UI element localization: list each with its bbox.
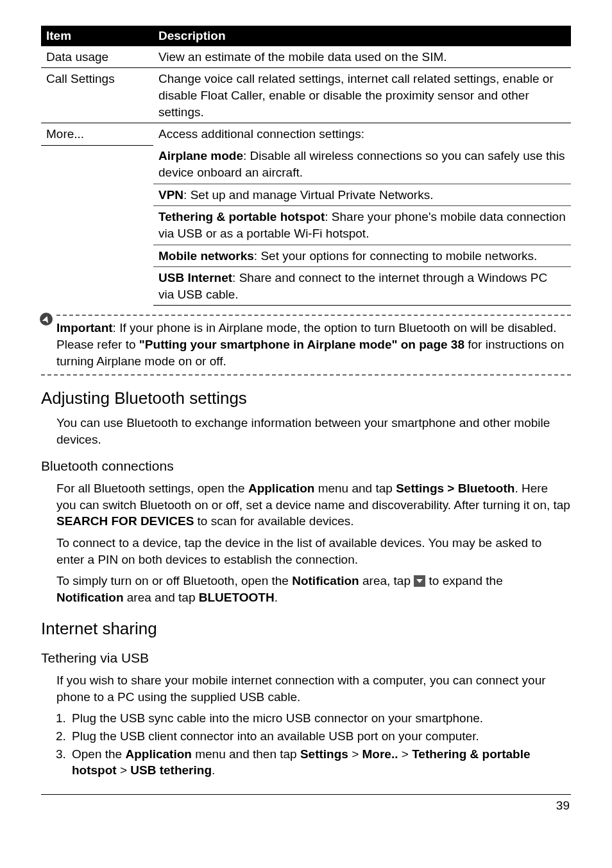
settings-table: Item Description Data usage View an esti… xyxy=(41,26,571,306)
text: : Set your options for connecting to mob… xyxy=(254,249,537,263)
list-item: Plug the USB sync cable into the micro U… xyxy=(69,710,571,727)
paragraph: To simply turn on or off Bluetooth, open… xyxy=(56,573,571,605)
table-header-description: Description xyxy=(153,26,571,46)
label: Mobile networks xyxy=(158,249,254,263)
subheading-tethering-usb: Tethering via USB xyxy=(41,649,571,667)
desc-cell: View an estimate of the mobile data used… xyxy=(153,46,571,68)
desc-vpn: VPN: Set up and manage Virtual Private N… xyxy=(153,184,571,207)
desc-cell: Change voice call related settings, inte… xyxy=(153,68,571,123)
paragraph: If you wish to share your mobile interne… xyxy=(56,672,571,705)
desc-usb-internet: USB Internet: Share and connect to the i… xyxy=(153,267,571,306)
subheading-bluetooth-connections: Bluetooth connections xyxy=(41,457,571,475)
footer-rule xyxy=(41,794,571,795)
paragraph: For all Bluetooth settings, open the App… xyxy=(56,480,571,530)
heading-bluetooth: Adjusting Bluetooth settings xyxy=(41,387,571,410)
table-header-item: Item xyxy=(41,26,153,46)
table-row: Airplane mode: Disable all wireless conn… xyxy=(41,145,571,306)
important-label: Important xyxy=(56,321,113,334)
desc-cell: Access additional connection settings: xyxy=(153,123,571,146)
page-number: 39 xyxy=(41,797,571,814)
table-row: More... Access additional connection set… xyxy=(41,123,571,146)
label: Tethering & portable hotspot xyxy=(158,210,325,223)
callout-reference: "Putting your smartphone in Airplane mod… xyxy=(139,338,464,351)
important-callout: Important: If your phone is in Airplane … xyxy=(41,315,571,376)
heading-internet-sharing: Internet sharing xyxy=(41,618,571,640)
label: Airplane mode xyxy=(158,149,243,162)
desc-tethering: Tethering & portable hotspot: Share your… xyxy=(153,206,571,245)
text: : Set up and manage Virtual Private Netw… xyxy=(183,188,433,202)
item-cell: More... xyxy=(41,123,153,146)
table-row: Call Settings Change voice call related … xyxy=(41,68,571,123)
label: USB Internet xyxy=(158,271,232,284)
list-item: Open the Application menu and then tap S… xyxy=(69,746,571,779)
item-cell: Call Settings xyxy=(41,68,153,123)
chevron-down-icon xyxy=(414,575,425,587)
item-cell: Data usage xyxy=(41,46,153,68)
list-item: Plug the USB client connector into an av… xyxy=(69,728,571,745)
paragraph: You can use Bluetooth to exchange inform… xyxy=(56,415,571,447)
desc-mobile-networks: Mobile networks: Set your options for co… xyxy=(153,245,571,268)
desc-airplane-mode: Airplane mode: Disable all wireless conn… xyxy=(153,145,571,184)
steps-list: Plug the USB sync cable into the micro U… xyxy=(69,710,571,779)
table-row: Data usage View an estimate of the mobil… xyxy=(41,46,571,68)
label: VPN xyxy=(158,188,183,202)
paragraph: To connect to a device, tap the device i… xyxy=(56,535,571,568)
